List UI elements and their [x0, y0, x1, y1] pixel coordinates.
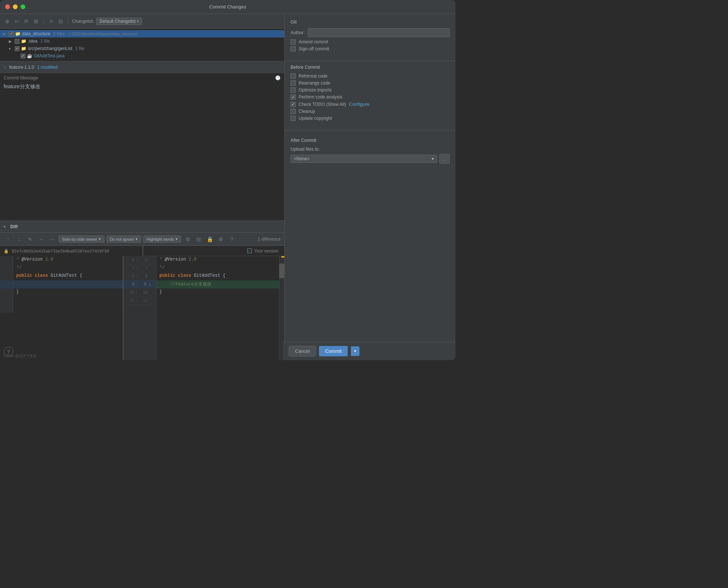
ignore-select[interactable]: Do not ignore ▾	[107, 236, 141, 243]
prev-icon[interactable]: ←	[37, 235, 46, 244]
folder-icon: 📁	[21, 46, 26, 51]
line-num-row: 11 11	[123, 297, 156, 305]
rearrange-checkbox[interactable]	[291, 80, 296, 86]
scrollbar-thumb[interactable]	[279, 263, 284, 278]
viewer-select[interactable]: Side-by-side viewer ▾	[59, 236, 104, 243]
expand-icon[interactable]: ≡	[47, 18, 55, 25]
signoff-checkbox[interactable]	[291, 46, 296, 51]
chevron-down-icon: ▾	[136, 237, 138, 241]
root-path: ~/J2EE/IdeaWrokSpace/data_structure	[68, 32, 137, 36]
tree-root[interactable]: ▾ 📁 data_structure 2 files ~/J2EE/IdeaWr…	[0, 30, 284, 37]
root-name: data_structure	[22, 31, 50, 36]
src-row[interactable]: ▾ 📁 src/pers/zhang/genList 1 file	[0, 45, 284, 52]
collapse-diff-icon[interactable]: ▾	[4, 225, 8, 229]
amend-checkbox[interactable]	[291, 39, 296, 44]
branch-bar: ⑂ feature-1.1.0 1 modified	[0, 61, 284, 73]
group-icon[interactable]: ⊞	[32, 18, 40, 25]
separator	[43, 18, 44, 25]
copyright-checkbox[interactable]	[291, 116, 296, 121]
diff-line: * @Version 1.0	[156, 256, 279, 264]
maximize-button[interactable]	[21, 4, 25, 9]
line-num-row: 10 10	[123, 288, 156, 297]
commit-message-label: Commit Message	[4, 75, 38, 80]
undo-icon[interactable]: ↩	[13, 18, 21, 25]
toolbar: ⊕ ↩ ⟳ ⊞ ≡ ⊟ Changelist: Default Changeli…	[0, 14, 284, 29]
diff-header: ▾ Diff	[0, 221, 284, 233]
changelist-label: Changelist:	[72, 19, 94, 24]
analysis-checkbox[interactable]	[291, 94, 296, 100]
down-arrow-icon[interactable]: ↓	[15, 235, 24, 244]
idea-row[interactable]: ▶ 📁 .idea 1 file	[0, 37, 284, 45]
version-checkbox[interactable]	[247, 248, 252, 253]
configure-link[interactable]: Configure	[349, 101, 370, 107]
lock-icon[interactable]: 🔒	[205, 235, 214, 244]
diff-line	[156, 305, 279, 313]
line-number	[0, 272, 13, 280]
changelist-select[interactable]: Default Changelist ▾	[96, 18, 142, 25]
diff-section: ▾ Diff ↑ ↓ ✎ ← → Side-by-side viewer ▾ D…	[0, 220, 284, 360]
refresh-icon[interactable]: ⟳	[23, 18, 30, 25]
columns-icon[interactable]: ⊟	[194, 235, 203, 244]
idea-name: .idea	[28, 39, 37, 44]
diff-line: */	[156, 264, 279, 272]
line-content: }	[13, 288, 123, 297]
git-title: Git	[291, 19, 450, 25]
root-checkbox[interactable]	[9, 32, 14, 36]
settings-icon[interactable]: ⚙	[183, 235, 192, 244]
minimize-button[interactable]	[13, 4, 18, 9]
commit-message-input[interactable]: feature分支修改	[0, 81, 284, 220]
folder-icon: 📁	[21, 39, 26, 44]
modified-badge[interactable]: 1 modified	[37, 65, 57, 70]
diff-line	[0, 297, 123, 305]
cleanup-label: Cleanup	[299, 109, 315, 114]
line-content	[13, 305, 123, 313]
line-content	[156, 305, 279, 313]
collapse-icon: ▾	[3, 32, 7, 36]
signoff-row: Sign-off commit	[291, 46, 450, 51]
lock-small-icon: 🔒	[4, 249, 9, 254]
todo-checkbox[interactable]	[291, 102, 296, 107]
line-checkbox[interactable]: ☑	[147, 283, 153, 286]
gear-icon[interactable]: ⚙	[216, 235, 225, 244]
diff-left-panel: * @Version 1.0 */ public class GitAddTes…	[0, 256, 123, 360]
chevron-down-icon: ▾	[99, 237, 101, 241]
before-commit-section: Before Commit Reformat code Rearrange co…	[285, 65, 455, 126]
file-row[interactable]: ▶ ☕ GitAddTest.java	[0, 52, 284, 60]
add-icon[interactable]: ⊕	[4, 18, 11, 25]
git-section: Git Author: Amend commit Sign-off commit	[285, 14, 455, 57]
optimize-row: Optimize imports	[291, 87, 450, 93]
line-num-row: 7 7	[123, 264, 156, 272]
line-number	[0, 288, 13, 297]
commit-dropdown-button[interactable]: ▾	[351, 346, 360, 356]
edit-icon[interactable]: ✎	[26, 235, 35, 244]
cancel-button[interactable]: Cancel	[289, 346, 316, 356]
highlight-select[interactable]: Highlight words ▾	[143, 236, 181, 243]
more-options-button[interactable]: ...	[439, 154, 450, 164]
next-icon[interactable]: →	[48, 235, 57, 244]
analysis-label: Perform code analysis	[299, 94, 342, 100]
diff-content: * @Version 1.0 */ public class GitAddTes…	[0, 256, 284, 360]
close-button[interactable]	[5, 4, 10, 9]
main-layout: ⊕ ↩ ⟳ ⊞ ≡ ⊟ Changelist: Default Changeli…	[0, 14, 455, 360]
folder-icon: 📁	[15, 31, 21, 36]
line-num-row: 8 8	[123, 272, 156, 280]
right-panel: Git Author: Amend commit Sign-off commit…	[285, 14, 455, 360]
optimize-checkbox[interactable]	[291, 87, 296, 93]
author-input[interactable]	[308, 28, 450, 37]
collapse-icon[interactable]: ⊟	[57, 18, 64, 25]
help-icon[interactable]: ?	[227, 235, 236, 244]
chevron-down-icon: ▾	[176, 237, 178, 241]
idea-checkbox[interactable]	[15, 39, 19, 44]
cleanup-checkbox[interactable]	[291, 109, 296, 114]
reformat-checkbox[interactable]	[291, 74, 296, 79]
upload-dropdown[interactable]: <None> ▾	[291, 155, 437, 163]
author-row: Author:	[291, 28, 450, 37]
src-checkbox[interactable]	[15, 46, 19, 51]
line-content	[13, 297, 123, 305]
clock-icon[interactable]: 🕐	[275, 75, 281, 80]
file-checkbox[interactable]	[21, 54, 25, 58]
line-number	[0, 264, 13, 272]
commit-button[interactable]: Commit	[319, 346, 348, 356]
todo-row: Check TODO (Show All) Configure	[291, 101, 450, 107]
up-arrow-icon[interactable]: ↑	[4, 235, 12, 244]
